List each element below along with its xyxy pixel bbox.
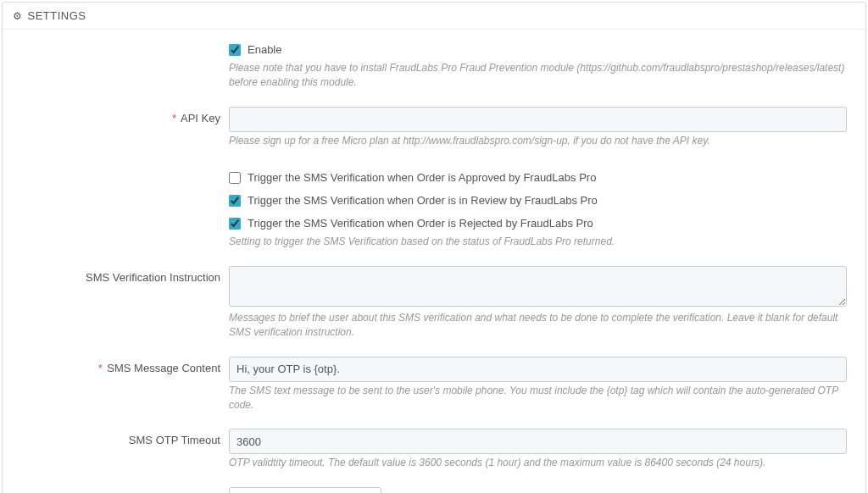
settings-panel: ⚙ SETTINGS Enable Please note that you h… (2, 2, 866, 493)
field-message-content: * SMS Message Content The SMS text messa… (13, 357, 855, 424)
field-otp-timeout: SMS OTP Timeout OTP validtity timeout. T… (13, 429, 855, 482)
trigger-rejected-label: Trigger the SMS Verification when Order … (248, 217, 593, 230)
trigger-approved-row: Trigger the SMS Verification when Order … (229, 171, 847, 184)
trigger-review-row: Trigger the SMS Verification when Order … (229, 194, 847, 207)
field-col: Trigger the SMS Verification when Order … (229, 171, 855, 261)
message-content-input[interactable] (229, 357, 847, 382)
trigger-review-checkbox[interactable] (229, 195, 241, 207)
instruction-label-col: SMS Verification Instruction (13, 266, 229, 284)
field-col: Enable Please note that you have to inst… (229, 43, 855, 102)
country-code-select[interactable]: United States (229, 487, 381, 493)
panel-heading: ⚙ SETTINGS (3, 3, 865, 30)
field-enable: Enable Please note that you have to inst… (13, 43, 855, 102)
field-col: Messages to brief the user about this SM… (229, 266, 855, 352)
enable-help: Please note that you have to install Fra… (229, 61, 847, 90)
field-col: The SMS text message to be sent to the u… (229, 357, 855, 424)
country-code-label-col: Default Country Code For SMS Sending (13, 487, 229, 493)
instruction-textarea[interactable] (229, 266, 847, 307)
message-content-label: SMS Message Content (107, 362, 220, 374)
api-key-help: Please sign up for a free Micro plan at … (229, 134, 847, 148)
panel-body: Enable Please note that you have to inst… (3, 30, 865, 493)
field-triggers: Trigger the SMS Verification when Order … (13, 171, 855, 261)
required-asterisk: * (98, 362, 103, 374)
api-key-label-col: * API Key (13, 107, 229, 125)
otp-timeout-label: SMS OTP Timeout (129, 434, 220, 446)
field-instruction: SMS Verification Instruction Messages to… (13, 266, 855, 352)
enable-label: Enable (248, 43, 281, 56)
field-col: OTP validtity timeout. The default value… (229, 429, 855, 482)
field-col: Please sign up for a free Micro plan at … (229, 107, 855, 160)
api-key-label: API Key (181, 112, 220, 125)
otp-timeout-help: OTP validtity timeout. The default value… (229, 456, 847, 470)
panel-title: SETTINGS (28, 9, 86, 22)
enable-row: Enable (229, 43, 847, 56)
trigger-rejected-checkbox[interactable] (229, 218, 241, 230)
instruction-label: SMS Verification Instruction (86, 271, 220, 284)
trigger-rejected-row: Trigger the SMS Verification when Order … (229, 217, 847, 230)
otp-timeout-label-col: SMS OTP Timeout (13, 429, 229, 446)
otp-timeout-input[interactable] (229, 429, 847, 454)
message-content-help: The SMS text message to be sent to the u… (229, 384, 847, 413)
message-content-label-col: * SMS Message Content (13, 357, 229, 374)
field-api-key: * API Key Please sign up for a free Micr… (13, 107, 855, 160)
trigger-review-label: Trigger the SMS Verification when Order … (248, 194, 598, 207)
gear-icon: ⚙ (13, 10, 23, 22)
instruction-help: Messages to brief the user about this SM… (229, 311, 847, 340)
field-country-code: Default Country Code For SMS Sending Uni… (13, 487, 855, 493)
field-col: United States (229, 487, 855, 493)
label-col-empty (13, 171, 229, 176)
label-col-empty (13, 43, 229, 48)
required-asterisk: * (172, 112, 176, 125)
api-key-input[interactable] (229, 107, 847, 132)
trigger-approved-label: Trigger the SMS Verification when Order … (248, 171, 596, 184)
trigger-help: Setting to trigger the SMS Verification … (229, 235, 847, 249)
enable-checkbox[interactable] (229, 44, 241, 56)
trigger-approved-checkbox[interactable] (229, 172, 241, 184)
